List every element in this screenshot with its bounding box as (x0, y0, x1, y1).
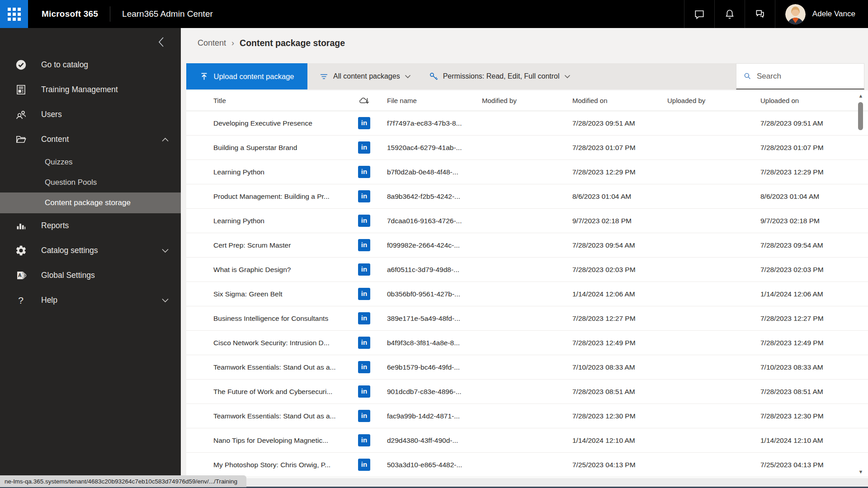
sidebar-item-training-management[interactable]: Training Management (0, 77, 181, 102)
linkedin-icon: in (358, 141, 370, 154)
scroll-down-arrow[interactable]: ▼ (856, 467, 865, 476)
permissions-dropdown[interactable]: Permissions: Read, Edit, Full control (429, 72, 571, 81)
uploaded-on: 7/25/2023 04:13 PM (760, 461, 868, 469)
brand-title[interactable]: Microsoft 365 (42, 9, 98, 19)
package-source-cell: in (358, 459, 387, 471)
table-row[interactable]: Nano Tips for Developing Magnetic... in … (186, 428, 868, 453)
breadcrumb-content[interactable]: Content (198, 38, 226, 48)
sidebar-nav: Go to catalog Training Management Users … (0, 28, 181, 478)
scroll-up-arrow[interactable]: ▲ (856, 91, 865, 100)
sidebar-item-label: Go to catalog (41, 60, 88, 70)
table-row[interactable]: Building a Superstar Brand in 15920ac4-6… (186, 136, 868, 160)
column-header-uploaded-by[interactable]: Uploaded by (667, 97, 760, 104)
admin-global-settings-icon: A (14, 269, 28, 282)
package-title: The Future of Work and Cybersecuri... (213, 388, 358, 396)
file-name: 6e9b1579-bc46-49fd-... (387, 363, 482, 371)
sidebar-item-catalog-settings[interactable]: Catalog settings (0, 238, 181, 263)
modified-on: 7/28/2023 01:07 PM (572, 144, 667, 152)
modified-on: 7/28/2023 08:51 AM (572, 388, 667, 396)
column-header-title[interactable]: Title (213, 97, 358, 104)
sidebar-item-content[interactable]: Content (0, 127, 181, 152)
package-title: Building a Superstar Brand (213, 144, 358, 152)
search-input[interactable] (757, 72, 857, 81)
content-filter-dropdown[interactable]: All content packages (319, 72, 411, 81)
table-row[interactable]: Teamwork Essentials: Stand Out as a... i… (186, 404, 868, 428)
chat-button[interactable] (684, 0, 714, 28)
package-source-cell: in (358, 141, 387, 154)
app-title[interactable]: Learn365 Admin Center (122, 9, 213, 19)
user-name: Adele Vance (812, 9, 855, 19)
package-source-cell: in (358, 117, 387, 129)
package-title: Six Sigma: Green Belt (213, 290, 358, 298)
column-header-sort[interactable] (358, 96, 387, 105)
bell-icon (724, 8, 736, 20)
modified-on: 7/28/2023 12:27 PM (572, 314, 667, 323)
waffle-icon (8, 8, 21, 21)
table-row[interactable]: Six Sigma: Green Belt in 0b356bf0-9561-4… (186, 282, 868, 306)
column-header-uploaded-on[interactable]: Uploaded on (760, 97, 868, 104)
sidebar-collapse-button[interactable] (154, 34, 169, 50)
package-source-cell: in (358, 239, 387, 251)
chevron-down-icon (405, 72, 411, 80)
chevron-down-icon (564, 72, 571, 80)
sidebar-item-label: Catalog settings (41, 246, 98, 255)
column-header-modified-on[interactable]: Modified on (572, 97, 667, 104)
table-row[interactable]: The Future of Work and Cybersecuri... in… (186, 380, 868, 404)
table-row[interactable]: Learning Python in 7dcaa016-9163-4726-..… (186, 209, 868, 233)
table-row[interactable]: My Photoshop Story: Chris Orwig, P... in… (186, 453, 868, 477)
app-launcher-button[interactable] (0, 0, 28, 28)
table-row[interactable]: Developing Executive Presence in f7f7497… (186, 111, 868, 136)
uploaded-on: 7/10/2023 08:33 AM (760, 363, 868, 371)
file-name: 8a9b3642-f2b5-4242-... (387, 192, 482, 201)
vertical-scrollbar[interactable]: ▲ ▼ (856, 91, 865, 476)
sidebar-item-go-to-catalog[interactable]: Go to catalog (0, 52, 181, 77)
sidebar-item-quizzes[interactable]: Quizzes (0, 152, 181, 172)
package-source-cell: in (358, 190, 387, 202)
sidebar-item-users[interactable]: Users (0, 102, 181, 127)
modified-on: 7/28/2023 12:29 PM (572, 168, 667, 176)
package-title: Nano Tips for Developing Magnetic... (213, 436, 358, 445)
sidebar-item-global-settings[interactable]: A Global Settings (0, 263, 181, 288)
uploaded-on: 1/14/2024 12:06 AM (760, 290, 868, 298)
table-row[interactable]: Product Management: Building a Pr... in … (186, 184, 868, 209)
table-row[interactable]: Teamwork Essentials: Stand Out as a... i… (186, 355, 868, 380)
cloud-sort-descending-icon (358, 96, 374, 105)
linkedin-icon: in (358, 385, 370, 398)
file-name: 0b356bf0-9561-427b-... (387, 290, 482, 298)
uploaded-on: 7/28/2023 02:03 PM (760, 266, 868, 274)
linkedin-icon: in (358, 410, 370, 422)
topbar-divider (110, 6, 110, 22)
file-name: d29d4380-43ff-490d-... (387, 436, 482, 445)
file-name: a6f0511c-3d79-49d8-... (387, 266, 482, 274)
column-header-file-name[interactable]: File name (387, 97, 482, 104)
table-row[interactable]: Cert Prep: Scrum Master in f099982e-2664… (186, 233, 868, 258)
account-menu[interactable]: Adele Vance (775, 0, 868, 28)
file-name: f7f7497a-ec83-47b3-8... (387, 119, 482, 127)
sidebar-item-reports[interactable]: Reports (0, 213, 181, 238)
upload-content-package-button[interactable]: Upload content package (186, 63, 307, 89)
table-row[interactable]: Business Intelligence for Consultants in… (186, 306, 868, 331)
sidebar-item-label: Global Settings (41, 271, 95, 280)
chevron-up-icon[interactable] (161, 135, 169, 144)
package-title: My Photoshop Story: Chris Orwig, P... (213, 461, 358, 469)
scrollbar-thumb[interactable] (858, 102, 863, 130)
search-box[interactable] (736, 63, 864, 89)
notifications-button[interactable] (714, 0, 745, 28)
sidebar-item-help[interactable]: ? Help (0, 288, 181, 313)
table-row[interactable]: What is Graphic Design? in a6f0511c-3d79… (186, 258, 868, 282)
chevron-down-icon[interactable] (161, 246, 169, 255)
package-source-cell: in (358, 263, 387, 276)
breadcrumb-separator-icon: › (231, 38, 234, 48)
sidebar-item-content-package-storage[interactable]: Content package storage (0, 192, 181, 213)
table-row[interactable]: Cisco Network Security: Intrusion D... i… (186, 331, 868, 355)
chevron-down-icon[interactable] (161, 296, 169, 305)
reports-bar-chart-icon (14, 220, 28, 232)
uploaded-on: 7/28/2023 09:51 AM (760, 119, 868, 127)
sidebar-item-question-pools[interactable]: Question Pools (0, 172, 181, 192)
status-url: ne-lms-qa.365.systems/tenant/4683c20b932… (0, 475, 246, 487)
filter-icon (319, 72, 329, 81)
column-header-modified-by[interactable]: Modified by (482, 97, 572, 104)
sidebar-item-label: Reports (41, 221, 69, 230)
feedback-button[interactable] (745, 0, 775, 28)
table-row[interactable]: Learning Python in b7f0d2ab-0e48-4f48-..… (186, 160, 868, 184)
